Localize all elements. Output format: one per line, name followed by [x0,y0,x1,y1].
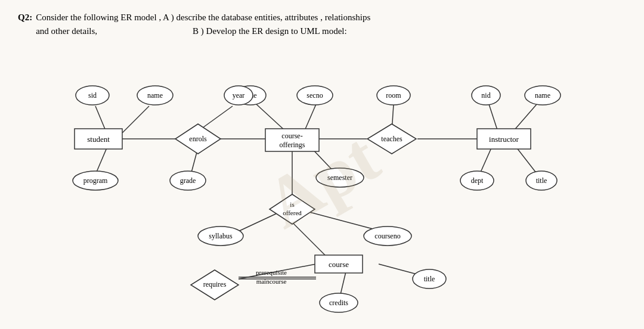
svg-line-10 [304,104,316,132]
attr-title-course-label: title [424,275,435,283]
entity-course-offerings-2: offerings [279,141,305,149]
attr-year-label: year [233,91,245,100]
attr-program-label: program [83,176,108,185]
svg-line-17 [516,147,537,173]
question-text: Consider the following ER model , A ) de… [36,11,626,38]
svg-line-5 [122,106,149,133]
entity-enrols-label: enrols [189,135,207,143]
attr-title-instructor-label: title [536,176,547,185]
svg-line-24 [303,210,382,231]
attr-dept-label: dept [471,176,484,185]
attr-sid-label: sid [88,91,97,100]
entity-requires-label: requires [203,280,227,288]
attr-nid-label: nid [481,91,490,100]
question-number: Q2: [18,11,32,24]
svg-line-16 [480,147,492,173]
question-header: Q2: Consider the following ER model , A … [18,11,626,38]
svg-line-18 [292,222,328,258]
attr-grade-label: grade [180,176,196,185]
svg-line-9 [256,104,286,132]
attr-syllabus-label: syllabus [209,232,233,240]
svg-line-15 [513,104,537,132]
entity-student: student [87,135,110,144]
attr-name-student-label: name [147,91,163,100]
entity-course: course [329,260,349,269]
svg-line-14 [489,104,498,132]
attr-semester-label: semester [327,173,352,182]
attr-prerequisite-label: prerequisite [256,269,287,276]
svg-line-6 [95,147,107,175]
entity-is-offered-label2: offered [283,209,302,216]
diagram-area: Apt [36,44,608,318]
entity-instructor: instructor [489,135,519,144]
attr-maincourse-label: maincourse [256,278,287,285]
attr-courseno-label: courseno [374,232,400,240]
attr-credits-label: credits [329,299,348,307]
attr-secno-label: secno [306,91,323,100]
entity-teaches-label: teaches [381,135,402,143]
question-line1: Consider the following ER model , A ) de… [36,11,626,24]
page: Q2: Consider the following ER model , A … [0,0,644,329]
attr-room-label: room [386,91,401,100]
question-line3: B ) Develop the ER design to UML model: [193,24,347,38]
er-diagram: student enrols course- offerings teaches… [36,44,608,318]
question-line2: and other details, [36,24,97,38]
entity-is-offered-label: is [290,201,294,208]
attr-name-instructor-label: name [535,91,550,100]
entity-course-offerings: course- [281,132,302,140]
